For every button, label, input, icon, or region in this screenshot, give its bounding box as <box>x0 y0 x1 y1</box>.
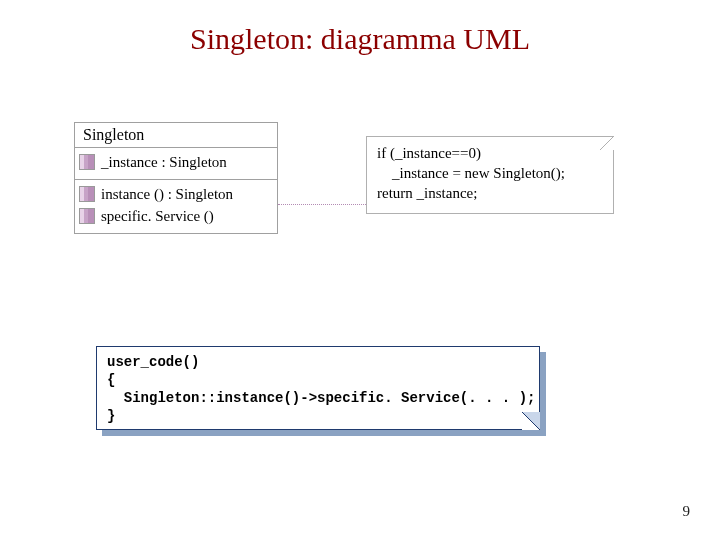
note-line: return _instance; <box>377 183 603 203</box>
uml-operation-row: instance () : Singleton <box>79 183 273 205</box>
code-line: user_code() <box>107 353 529 371</box>
uml-attribute-row: _instance : Singleton <box>79 151 273 173</box>
uml-operation-row: specific. Service () <box>79 205 273 227</box>
code-line: Singleton::instance()->specific. Service… <box>107 389 529 407</box>
uml-operation-text: instance () : Singleton <box>101 183 233 205</box>
uml-area: Singleton _instance : Singleton instance… <box>74 122 664 282</box>
uml-class-singleton: Singleton _instance : Singleton instance… <box>74 122 278 234</box>
uml-operation-text: specific. Service () <box>101 205 214 227</box>
visibility-icon <box>79 154 95 170</box>
code-line: { <box>107 371 529 389</box>
uml-note: if (_instance==0) _instance = new Single… <box>366 136 614 214</box>
uml-attributes-compartment: _instance : Singleton <box>75 148 277 180</box>
uml-attribute-text: _instance : Singleton <box>101 151 227 173</box>
code-line: } <box>107 407 529 425</box>
page-number: 9 <box>683 503 691 520</box>
uml-note-connector <box>278 204 366 205</box>
note-fold-icon <box>522 412 540 430</box>
code-snippet: user_code() { Singleton::instance()->spe… <box>96 346 540 430</box>
note-line: _instance = new Singleton(); <box>377 163 603 183</box>
uml-class-name: Singleton <box>75 123 277 148</box>
note-line: if (_instance==0) <box>377 143 603 163</box>
visibility-icon <box>79 208 95 224</box>
slide-title: Singleton: diagramma UML <box>0 22 720 56</box>
visibility-icon <box>79 186 95 202</box>
uml-operations-compartment: instance () : Singleton specific. Servic… <box>75 180 277 233</box>
code-note: user_code() { Singleton::instance()->spe… <box>96 346 540 430</box>
